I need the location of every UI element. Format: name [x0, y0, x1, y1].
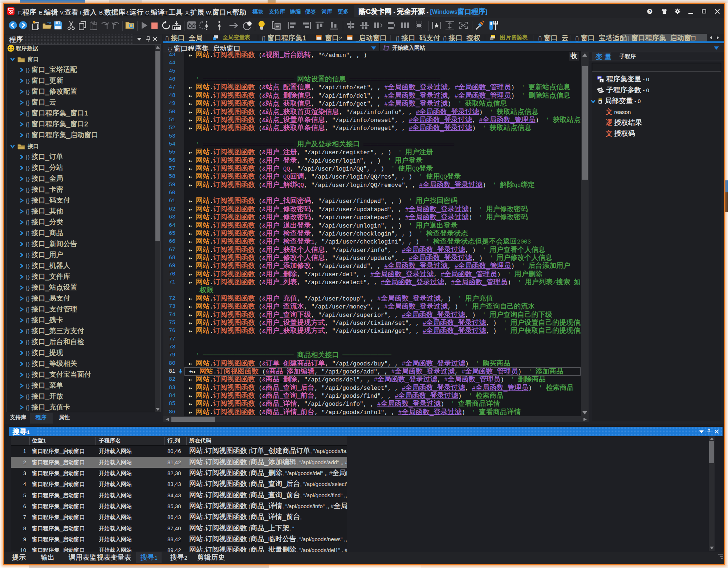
svg-text:e: e [601, 79, 602, 82]
svg-text:?: ? [648, 9, 651, 14]
